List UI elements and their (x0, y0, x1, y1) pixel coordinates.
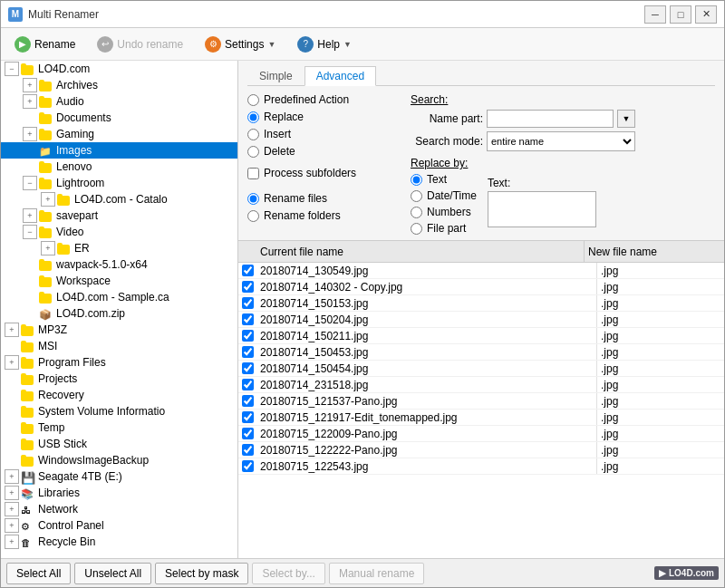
tree-expander[interactable] (5, 62, 19, 76)
rename-folders-option[interactable]: Rename folders (247, 209, 392, 222)
file-row[interactable]: 20180715_122222-Pano.jpg.jpg (238, 442, 724, 458)
tree-item[interactable]: MP3Z (1, 322, 237, 338)
file-checkbox[interactable] (242, 395, 254, 407)
tree-item[interactable]: Temp (1, 419, 237, 436)
file-row[interactable]: 20180714_150153.jpg.jpg (238, 295, 724, 312)
rename-button[interactable]: ▶ Rename (5, 32, 85, 57)
tree-item[interactable]: USB Stick (1, 436, 237, 452)
file-checkbox[interactable] (242, 330, 254, 342)
file-row[interactable]: 20180714_140302 - Copy.jpg.jpg (238, 279, 724, 295)
tree-item[interactable]: MSI (1, 338, 237, 354)
file-checkbox[interactable] (242, 313, 254, 325)
tree-expander[interactable] (5, 486, 19, 500)
tree-expander[interactable] (23, 176, 37, 190)
select-all-button[interactable]: Select All (6, 563, 71, 584)
rename-folders-radio[interactable] (247, 210, 259, 222)
datetime-radio[interactable] (411, 190, 422, 202)
file-checkbox[interactable] (242, 460, 254, 472)
tree-item[interactable]: Video (1, 224, 237, 240)
replace-option[interactable]: Replace (247, 111, 392, 123)
tree-item[interactable]: LO4D.com - Catalo (1, 191, 237, 207)
datetime-option[interactable]: Date/Time (411, 189, 477, 202)
file-checkbox[interactable] (242, 265, 254, 276)
tree-item[interactable]: 🗑Recycle Bin (1, 534, 237, 550)
insert-radio[interactable] (247, 129, 259, 140)
tree-expander[interactable] (5, 469, 19, 484)
select-by-mask-button[interactable]: Select by mask (155, 563, 248, 584)
tree-item[interactable]: System Volume Informatio (1, 403, 237, 419)
rename-files-radio[interactable] (247, 193, 259, 205)
process-subfolders-option[interactable]: Process subfolders (247, 167, 392, 179)
tree-expander[interactable] (5, 535, 19, 549)
file-list-body[interactable]: 20180714_130549.jpg.jpg20180714_140302 -… (238, 263, 724, 558)
text-radio[interactable] (411, 174, 422, 186)
predefined-action-radio[interactable] (247, 94, 259, 106)
file-checkbox[interactable] (242, 444, 254, 456)
file-row[interactable]: 20180714_231518.jpg.jpg (238, 377, 724, 393)
tree-expander[interactable] (5, 502, 19, 516)
tree-item[interactable]: Recovery (1, 387, 237, 403)
name-part-input[interactable] (487, 110, 614, 128)
insert-option[interactable]: Insert (247, 128, 392, 140)
tree-item[interactable]: Gaming (1, 126, 237, 142)
file-checkbox[interactable] (242, 428, 254, 439)
tab-simple[interactable]: Simple (247, 66, 304, 86)
file-checkbox[interactable] (242, 281, 254, 293)
tree-expander[interactable] (5, 355, 19, 370)
tree-expander[interactable] (41, 192, 55, 207)
tree-item[interactable]: 💾Seagate 4TB (E:) (1, 468, 237, 485)
tree-expander[interactable] (5, 323, 19, 337)
file-tree-panel[interactable]: LO4D.comArchivesAudioDocumentsGaming📁Ima… (1, 61, 238, 558)
text-option[interactable]: Text (411, 173, 477, 186)
manual-rename-button[interactable]: Manual rename (329, 563, 424, 584)
file-checkbox[interactable] (242, 362, 254, 374)
file-checkbox[interactable] (242, 379, 254, 390)
replace-text-input[interactable] (488, 191, 596, 227)
tree-item[interactable]: Program Files (1, 354, 237, 371)
tree-item[interactable]: ER (1, 240, 237, 256)
file-row[interactable]: 20180714_150453.jpg.jpg (238, 344, 724, 361)
search-mode-select[interactable]: entire name (487, 131, 635, 151)
file-row[interactable]: 20180715_122543.jpg.jpg (238, 458, 724, 475)
tree-item[interactable]: LO4D.com - Sample.ca (1, 289, 237, 305)
numbers-option[interactable]: Numbers (411, 206, 477, 218)
minimize-button[interactable]: ─ (644, 5, 666, 24)
process-subfolders-checkbox[interactable] (247, 168, 259, 179)
replace-radio[interactable] (247, 111, 259, 123)
tree-item[interactable]: Documents (1, 110, 237, 126)
file-part-radio[interactable] (411, 223, 422, 235)
tree-expander[interactable] (23, 127, 37, 141)
tree-item[interactable]: wavpack-5.1.0-x64 (1, 256, 237, 273)
tree-item[interactable]: savepart (1, 207, 237, 224)
tree-item[interactable]: 📁Images (1, 142, 237, 159)
tree-expander[interactable] (23, 78, 37, 92)
file-row[interactable]: 20180715_122009-Pano.jpg.jpg (238, 426, 724, 442)
file-row[interactable]: 20180715_121917-Edit_tonemapped.jpg.jpg (238, 410, 724, 426)
tree-item[interactable]: Lenovo (1, 159, 237, 175)
help-button[interactable]: ? Help ▼ (287, 32, 362, 57)
tree-expander[interactable] (23, 208, 37, 223)
predefined-action-option[interactable]: Predefined Action (247, 93, 392, 106)
delete-radio[interactable] (247, 146, 259, 158)
file-checkbox[interactable] (242, 346, 254, 358)
maximize-button[interactable]: □ (670, 5, 691, 24)
tree-item[interactable]: LO4D.com (1, 61, 237, 77)
tree-item[interactable]: ⚙Control Panel (1, 517, 237, 534)
tree-expander[interactable] (23, 94, 37, 109)
file-row[interactable]: 20180714_150454.jpg.jpg (238, 361, 724, 377)
tree-expander[interactable] (5, 518, 19, 533)
tree-item[interactable]: Workspace (1, 273, 237, 289)
tree-item[interactable]: Archives (1, 77, 237, 93)
tree-expander[interactable] (23, 225, 37, 239)
file-row[interactable]: 20180715_121537-Pano.jpg.jpg (238, 393, 724, 410)
numbers-radio[interactable] (411, 207, 422, 218)
file-row[interactable]: 20180714_150211.jpg.jpg (238, 328, 724, 344)
tree-item[interactable]: Audio (1, 93, 237, 110)
tree-item[interactable]: 🖧Network (1, 501, 237, 517)
tree-item[interactable]: Lightroom (1, 175, 237, 191)
file-part-option[interactable]: File part (411, 222, 477, 235)
file-checkbox[interactable] (242, 411, 254, 423)
tab-advanced[interactable]: Advanced (304, 66, 376, 86)
name-part-dropdown[interactable]: ▼ (617, 110, 635, 128)
file-checkbox[interactable] (242, 297, 254, 309)
